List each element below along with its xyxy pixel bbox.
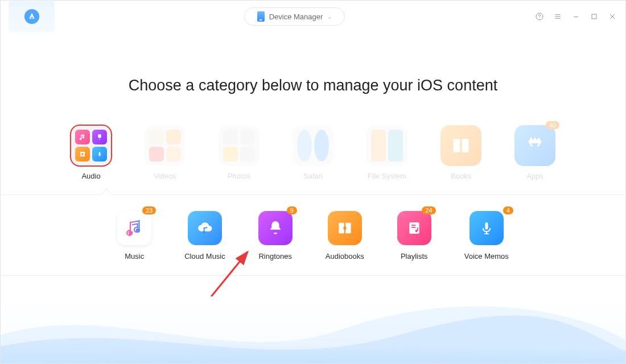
category-videos[interactable]: Videos [145,125,186,180]
svg-point-15 [136,229,140,233]
window-buttons [534,11,617,22]
svg-point-14 [129,231,133,235]
svg-rect-22 [485,222,488,230]
category-label: Books [440,172,481,180]
voicememos-icon [470,211,504,245]
app-logo [9,1,55,32]
badge-count: 23 [142,206,156,214]
category-label: Videos [145,172,186,180]
category-label: Audio [71,172,112,180]
category-filesystem[interactable]: File System [366,125,407,180]
svg-point-17 [343,226,346,229]
filesystem-icon [366,125,407,166]
maximize-button[interactable] [589,11,599,22]
safari-icon [293,125,333,166]
books-icon [440,125,481,166]
phone-icon [257,11,265,22]
sub-cloudmusic[interactable]: Cloud Music [184,211,225,260]
sub-playlists[interactable]: 24 Playlists [397,211,431,260]
footer-wave [1,296,625,363]
category-label: Apps [514,172,555,180]
close-button[interactable] [607,11,617,22]
svg-rect-8 [592,14,596,19]
music-icon [117,211,151,245]
category-apps[interactable]: 40 Apps [514,125,555,180]
category-books[interactable]: Books [440,125,481,180]
audiobooks-icon [328,211,362,245]
category-label: Safari [293,172,333,180]
sub-ringtones[interactable]: 9 Ringtones [258,211,293,260]
cloud-music-icon [188,211,222,245]
page-title: Choose a category below to manage your i… [1,77,625,94]
ringtones-icon [258,211,293,245]
sub-voicememos[interactable]: 4 Voice Memos [464,211,509,260]
category-audio[interactable]: Audio [71,125,112,180]
device-dropdown-label: Device Manager [269,13,323,21]
sub-audiobooks[interactable]: Audiobooks [326,211,364,260]
category-label: Photos [219,172,260,180]
badge-count: 9 [287,206,297,214]
device-dropdown[interactable]: Device Manager ⌄ [244,7,345,26]
sub-label: Cloud Music [184,252,225,260]
minimize-button[interactable] [571,11,581,22]
badge-count: 24 [422,206,435,214]
category-label: File System [366,172,407,180]
svg-point-11 [81,153,84,155]
photos-icon [219,125,260,166]
sub-label: Ringtones [258,252,293,260]
category-safari[interactable]: Safari [293,125,333,180]
help-button[interactable] [534,11,545,22]
playlists-icon [397,211,431,245]
apps-icon [514,125,555,166]
sub-music[interactable]: 23 Music [117,211,151,260]
badge-count: 40 [546,121,559,129]
svg-rect-12 [99,152,100,155]
sub-label: Music [117,252,151,260]
selection-pointer [101,189,112,195]
videos-icon [145,125,186,166]
audio-icon [71,125,112,166]
svg-point-3 [539,18,540,19]
subcategory-panel: 23 Music Cloud Music 9 Ringtones Audiobo… [1,195,625,276]
sub-label: Playlists [397,252,431,260]
chevron-down-icon: ⌄ [327,14,332,20]
category-photos[interactable]: Photos [219,125,260,180]
category-row: Audio Videos Photos Safari File [1,125,625,180]
sub-label: Voice Memos [464,252,509,260]
svg-rect-1 [31,17,33,18]
titlebar: Device Manager ⌄ [1,1,625,32]
menu-button[interactable] [553,11,563,22]
svg-point-16 [203,231,205,233]
sub-label: Audiobooks [326,252,364,260]
badge-count: 4 [503,206,513,214]
